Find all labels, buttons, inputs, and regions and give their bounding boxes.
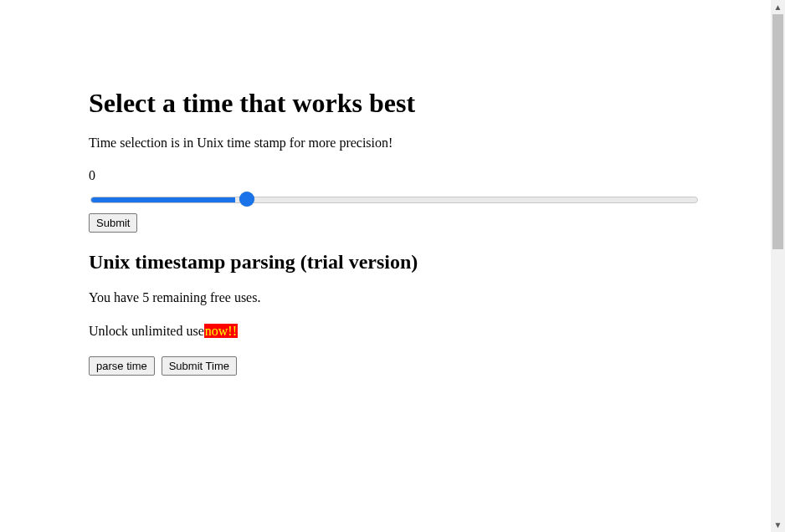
page-title: Select a time that works best bbox=[89, 0, 696, 119]
parser-button-row: parse time Submit Time bbox=[89, 356, 696, 376]
slider-container bbox=[89, 192, 696, 207]
scroll-thumb[interactable] bbox=[772, 14, 783, 249]
submit-button[interactable]: Submit bbox=[89, 213, 137, 233]
time-slider[interactable] bbox=[90, 197, 698, 203]
scroll-up-arrow-icon[interactable]: ▲ bbox=[771, 0, 785, 14]
parser-heading: Unix timestamp parsing (trial version) bbox=[89, 251, 696, 274]
intro-text: Time selection is in Unix time stamp for… bbox=[89, 134, 696, 152]
submit-row: Submit bbox=[89, 213, 696, 233]
parse-time-button[interactable]: parse time bbox=[89, 356, 155, 376]
unlock-prefix: Unlock unlimited use bbox=[89, 324, 204, 338]
unlock-now-badge[interactable]: now!! bbox=[204, 324, 238, 338]
submit-time-button[interactable]: Submit Time bbox=[162, 356, 237, 376]
remaining-uses-text: You have 5 remaining free uses. bbox=[89, 289, 696, 307]
page-container: Select a time that works best Time selec… bbox=[0, 0, 785, 409]
vertical-scrollbar[interactable]: ▲ ▼ bbox=[771, 0, 785, 409]
slider-value-label: 0 bbox=[89, 168, 696, 183]
unlock-line: Unlock unlimited usenow!! bbox=[89, 322, 696, 340]
